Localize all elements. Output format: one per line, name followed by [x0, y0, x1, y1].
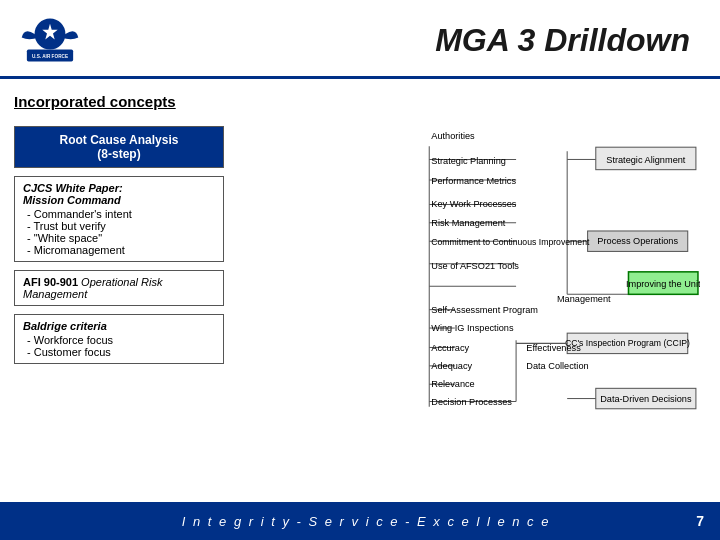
root-cause-box: Root Cause Analysis (8-step)	[14, 126, 224, 168]
svg-text:Self-Assessment Program: Self-Assessment Program	[431, 305, 538, 315]
main-content: Incorporated concepts Root Cause Analysi…	[0, 79, 720, 479]
cjcs-item-3: "White space"	[27, 232, 215, 244]
baldrige-item-1: Workforce focus	[27, 334, 215, 346]
svg-text:Risk Management: Risk Management	[431, 218, 505, 228]
page-title: MGA 3 Drilldown	[435, 22, 690, 58]
svg-text:Management: Management	[557, 295, 611, 305]
svg-text:Data Collection: Data Collection	[526, 361, 588, 371]
svg-text:Process Operations: Process Operations	[597, 236, 678, 246]
svg-text:Effectiveness: Effectiveness	[526, 343, 581, 353]
right-panel: Strategic Alignment Process Operations I…	[224, 89, 706, 469]
cjcs-header: CJCS White Paper: Mission Command	[23, 182, 215, 206]
cjcs-subheader: Mission Command	[23, 194, 121, 206]
baldrige-item-2: Customer focus	[27, 346, 215, 358]
root-cause-line2: (8-step)	[23, 147, 215, 161]
baldrige-box: Baldrige criteria Workforce focus Custom…	[14, 314, 224, 364]
footer-page-number: 7	[696, 513, 704, 529]
svg-text:Authorities: Authorities	[431, 131, 475, 141]
cjcs-item-2: Trust but verify	[27, 220, 215, 232]
footer: I n t e g r i t y - S e r v i c e - E x …	[0, 502, 720, 540]
svg-text:Commitment to Continuous Impro: Commitment to Continuous Improvement	[431, 237, 590, 247]
svg-text:Wing IG Inspections: Wing IG Inspections	[431, 323, 514, 333]
left-panel: Incorporated concepts Root Cause Analysi…	[14, 89, 224, 469]
svg-text:CC's Inspection Program (CCIP): CC's Inspection Program (CCIP)	[565, 338, 690, 348]
baldrige-header: Baldrige criteria	[23, 320, 215, 332]
header: U.S. AIR FORCE MGA 3 Drilldown	[0, 0, 720, 79]
cjcs-list: Commander's intent Trust but verify "Whi…	[23, 208, 215, 256]
footer-text: I n t e g r i t y - S e r v i c e - E x …	[36, 514, 696, 529]
svg-text:Performance Metrics: Performance Metrics	[431, 176, 516, 186]
svg-text:Accuracy: Accuracy	[431, 343, 469, 353]
svg-text:Key Work Processes: Key Work Processes	[431, 199, 517, 209]
logo-area: U.S. AIR FORCE	[20, 10, 140, 70]
title-area: MGA 3 Drilldown	[140, 22, 700, 59]
diagram-svg: Strategic Alignment Process Operations I…	[230, 89, 700, 469]
cjcs-item-1: Commander's intent	[27, 208, 215, 220]
svg-text:Strategic Alignment: Strategic Alignment	[606, 155, 686, 165]
baldrige-list: Workforce focus Customer focus	[23, 334, 215, 358]
cjcs-box: CJCS White Paper: Mission Command Comman…	[14, 176, 224, 262]
cjcs-item-4: Micromanagement	[27, 244, 215, 256]
svg-text:U.S. AIR FORCE: U.S. AIR FORCE	[32, 54, 68, 59]
svg-text:Relevance: Relevance	[431, 379, 474, 389]
root-cause-line1: Root Cause Analysis	[23, 133, 215, 147]
svg-text:Adequacy: Adequacy	[431, 361, 472, 371]
svg-text:Decision Processes: Decision Processes	[431, 397, 512, 407]
svg-text:Use of AFSO21 Tools: Use of AFSO21 Tools	[431, 261, 519, 271]
svg-text:Improving the Unit: Improving the Unit	[626, 279, 700, 289]
svg-text:Strategic Planning: Strategic Planning	[431, 156, 506, 166]
svg-text:Data-Driven Decisions: Data-Driven Decisions	[600, 394, 692, 404]
usaf-logo: U.S. AIR FORCE	[20, 10, 80, 70]
section-title: Incorporated concepts	[14, 93, 224, 110]
afi-bold: AFI 90-901	[23, 276, 78, 288]
afi-box: AFI 90-901 Operational Risk Management	[14, 270, 224, 306]
